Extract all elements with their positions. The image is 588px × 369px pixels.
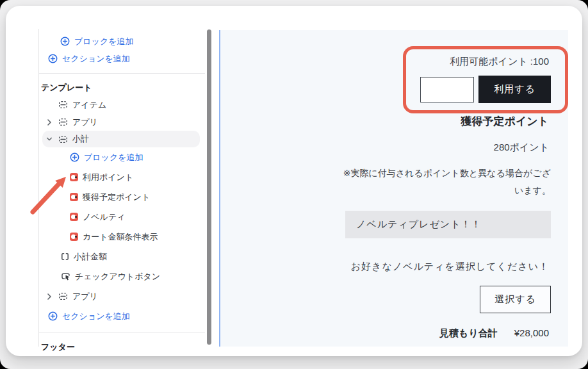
sidebar-divider bbox=[38, 332, 205, 332]
app-block-icon bbox=[70, 173, 78, 181]
points-input[interactable] bbox=[420, 77, 474, 102]
add-block-link-subtotal[interactable]: ブロックを追加 bbox=[38, 147, 205, 167]
novelty-banner-label: ノベルティプレゼント！！ bbox=[356, 218, 482, 231]
select-novelty-button[interactable]: 選択する bbox=[480, 286, 551, 313]
add-block-link-top[interactable]: ブロックを追加 bbox=[38, 33, 205, 50]
points-note-text: ※実際に付与されるポイント数と異なる場合がございます。 bbox=[338, 165, 551, 200]
sidebar-item-novelty[interactable]: ノベルティ bbox=[38, 207, 205, 227]
circle-plus-icon bbox=[70, 152, 79, 162]
sidebar-item-label: 利用ポイント bbox=[83, 172, 133, 183]
sidebar-item-label: ノベルティ bbox=[83, 211, 126, 223]
sidebar-item-label: 小計金額 bbox=[74, 251, 107, 263]
app-block-icon bbox=[70, 213, 78, 221]
add-block-label: ブロックを追加 bbox=[84, 152, 143, 163]
sidebar-item-label: カート金額条件表示 bbox=[83, 231, 158, 243]
earn-points-value: 280ポイント bbox=[494, 142, 549, 154]
circle-plus-icon bbox=[60, 37, 70, 46]
novelty-prompt-text: お好きなノベルティを選択してください！ bbox=[351, 261, 549, 273]
circle-plus-icon bbox=[48, 311, 58, 321]
editor-window: ブロックを追加 セクションを追加 テンプレート アイテム bbox=[6, 6, 582, 356]
add-section-link-bottom[interactable]: セクションを追加 bbox=[38, 306, 205, 326]
sidebar-item-label: アイテム bbox=[72, 99, 106, 111]
sidebar-item-subtotal[interactable]: 小計 bbox=[42, 131, 200, 147]
sidebar-item-use-points[interactable]: 利用ポイント bbox=[38, 167, 205, 187]
sidebar-item-label: 小計 bbox=[72, 133, 89, 145]
section-icon bbox=[58, 117, 68, 127]
layer-tree-sidebar: ブロックを追加 セクションを追加 テンプレート アイテム bbox=[38, 28, 205, 356]
sidebar-item-cart-condition[interactable]: カート金額条件表示 bbox=[38, 227, 205, 247]
brackets-icon bbox=[61, 252, 69, 261]
chevron-down-icon[interactable] bbox=[46, 136, 53, 142]
section-icon bbox=[58, 100, 68, 110]
estimate-total-row: 見積もり合計 ¥28,000 bbox=[439, 327, 549, 340]
earn-points-title: 獲得予定ポイント bbox=[461, 114, 549, 129]
available-points-text: 利用可能ポイント :100 bbox=[450, 56, 549, 68]
section-icon bbox=[58, 135, 68, 144]
circle-plus-icon bbox=[48, 54, 58, 63]
estimate-total-label: 見積もり合計 bbox=[439, 327, 498, 340]
add-section-label: セクションを追加 bbox=[62, 311, 130, 322]
sidebar-item-app[interactable]: アプリ bbox=[38, 113, 205, 131]
checkout-button-icon bbox=[61, 272, 70, 281]
section-icon bbox=[58, 291, 68, 301]
sidebar-item-checkout-button[interactable]: チェックアウトボタン bbox=[38, 266, 205, 286]
theme-preview-panel: 利用可能ポイント :100 利用する 獲得予定ポイント 280ポイント ※実際に… bbox=[219, 30, 568, 347]
add-section-label: セクションを追加 bbox=[62, 53, 130, 65]
estimate-total-value: ¥28,000 bbox=[514, 327, 549, 338]
sidebar-item-app-bottom[interactable]: アプリ bbox=[38, 286, 205, 306]
chevron-right-icon[interactable] bbox=[46, 293, 53, 300]
sidebar-item-label: 獲得予定ポイント bbox=[83, 192, 150, 203]
app-block-icon bbox=[70, 233, 78, 241]
chevron-right-icon[interactable] bbox=[46, 119, 53, 126]
sidebar-item-label: チェックアウトボタン bbox=[75, 271, 160, 283]
template-section-header: テンプレート bbox=[38, 79, 205, 96]
footer-section-header: フッター bbox=[38, 338, 205, 356]
novelty-banner: ノベルティプレゼント！！ bbox=[345, 211, 551, 238]
sidebar-divider bbox=[38, 73, 205, 74]
sidebar-scrollbar[interactable] bbox=[207, 29, 211, 345]
add-section-link-top[interactable]: セクションを追加 bbox=[38, 50, 205, 67]
sidebar-item-subtotal-amount[interactable]: 小計金額 bbox=[38, 247, 205, 266]
app-block-icon bbox=[70, 193, 78, 201]
sidebar-item-label: アプリ bbox=[72, 291, 98, 302]
screenshot-canvas: ブロックを追加 セクションを追加 テンプレート アイテム bbox=[0, 0, 588, 369]
sidebar-item-label: アプリ bbox=[72, 117, 98, 128]
use-points-button[interactable]: 利用する bbox=[478, 76, 551, 103]
sidebar-item-item[interactable]: アイテム bbox=[38, 96, 205, 113]
add-block-label: ブロックを追加 bbox=[74, 36, 134, 47]
sidebar-item-earn-points[interactable]: 獲得予定ポイント bbox=[38, 187, 205, 207]
